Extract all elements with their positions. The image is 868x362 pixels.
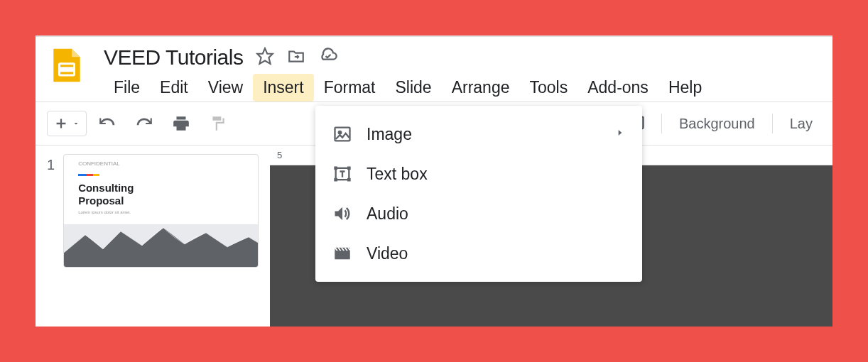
header: VEED Tutorials <box>36 37 832 102</box>
thumb-title-line2: Proposal <box>64 194 258 207</box>
print-button[interactable] <box>165 110 197 137</box>
thumb-lorem: Lorem ipsum dolor sit amet. <box>64 207 258 217</box>
insert-dropdown: Image T <box>315 106 642 282</box>
svg-rect-8 <box>347 167 351 170</box>
thumb-mountains <box>64 224 259 267</box>
menu-insert[interactable]: Insert <box>253 74 314 102</box>
thumb-accent <box>78 174 99 176</box>
dropdown-label: Text box <box>367 165 625 184</box>
title-row: VEED Tutorials <box>104 45 821 70</box>
slide-number: 1 <box>47 154 55 327</box>
undo-button[interactable] <box>91 110 124 137</box>
slide-panel: 1 CONFIDENTIAL Consulting Proposal Lorem… <box>36 146 270 327</box>
svg-rect-11 <box>335 251 350 260</box>
audio-icon <box>332 204 352 224</box>
paint-format-button[interactable] <box>202 110 234 137</box>
dropdown-label: Image <box>367 125 601 144</box>
dropdown-item-image[interactable]: Image <box>315 114 642 154</box>
app-window: VEED Tutorials <box>36 35 832 327</box>
svg-rect-1 <box>60 67 75 72</box>
svg-rect-9 <box>334 178 337 182</box>
svg-rect-10 <box>347 178 351 182</box>
menu-format[interactable]: Format <box>314 74 386 102</box>
submenu-arrow-icon <box>615 128 625 141</box>
image-icon <box>332 124 352 144</box>
cloud-status-icon[interactable] <box>318 46 338 69</box>
menu-tools[interactable]: Tools <box>520 74 578 102</box>
svg-point-5 <box>339 131 342 134</box>
slide-thumbnail[interactable]: CONFIDENTIAL Consulting Proposal Lorem i… <box>63 154 259 268</box>
menu-help[interactable]: Help <box>658 74 712 102</box>
slides-app-icon[interactable] <box>47 45 87 85</box>
toolbar-divider <box>772 114 773 133</box>
toolbar: Background Lay Image <box>36 102 832 146</box>
layout-button[interactable]: Lay <box>781 111 821 136</box>
dropdown-item-audio[interactable]: Audio <box>315 194 642 234</box>
menu-edit[interactable]: Edit <box>150 74 198 102</box>
header-content: VEED Tutorials <box>104 45 821 102</box>
menu-addons[interactable]: Add-ons <box>577 74 658 102</box>
menu-arrange[interactable]: Arrange <box>442 74 520 102</box>
dropdown-label: Video <box>367 244 625 263</box>
dropdown-item-textbox[interactable]: Text box <box>315 154 642 194</box>
textbox-icon <box>332 164 352 184</box>
star-icon[interactable] <box>256 47 274 68</box>
menu-view[interactable]: View <box>198 74 253 102</box>
svg-rect-7 <box>334 167 337 170</box>
dropdown-item-video[interactable]: Video <box>315 234 642 273</box>
toolbar-divider <box>661 114 662 133</box>
background-button[interactable]: Background <box>671 111 764 136</box>
dropdown-label: Audio <box>367 204 625 224</box>
document-title[interactable]: VEED Tutorials <box>104 45 243 70</box>
thumb-title-line1: Consulting <box>64 182 258 194</box>
ruler-mark: 5 <box>277 150 282 160</box>
menubar: File Edit View Insert Format Slide Arran… <box>104 74 821 102</box>
svg-marker-2 <box>258 48 273 64</box>
move-folder-icon[interactable] <box>287 47 305 68</box>
thumb-header: CONFIDENTIAL <box>64 155 258 170</box>
video-icon <box>332 243 352 263</box>
new-slide-button[interactable] <box>47 111 87 136</box>
menu-slide[interactable]: Slide <box>386 74 442 102</box>
redo-button[interactable] <box>128 110 161 137</box>
menu-file[interactable]: File <box>104 74 150 102</box>
